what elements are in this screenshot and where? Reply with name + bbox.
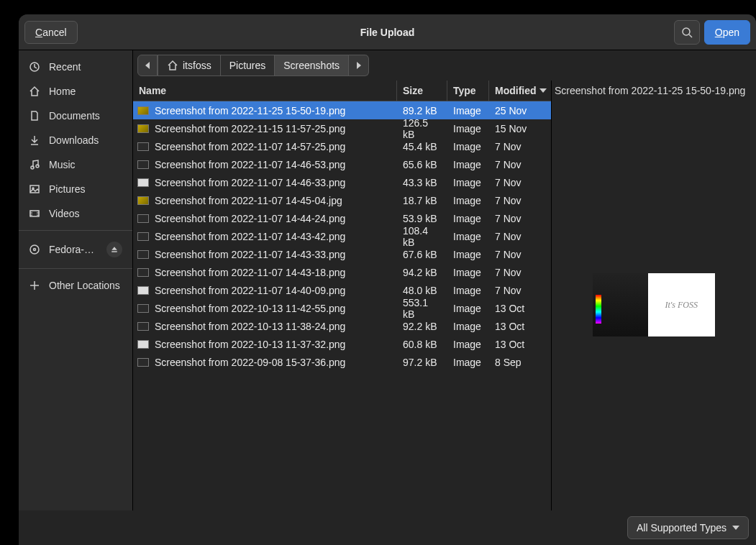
sidebar-item-label: Home — [49, 86, 76, 97]
separator — [19, 230, 132, 231]
sidebar-item-documents[interactable]: Documents — [19, 104, 132, 128]
file-type: Image — [447, 209, 489, 229]
file-thumbnail — [137, 250, 149, 259]
sidebar-item-label: Pictures — [49, 183, 86, 195]
file-row[interactable]: Screenshot from 2022-11-07 14-46-53.png … — [133, 155, 551, 173]
music-icon — [29, 159, 40, 170]
file-row[interactable]: Screenshot from 2022-11-25 15-50-19.png … — [133, 101, 551, 119]
path-forward-button[interactable] — [349, 55, 369, 76]
chevron-left-icon — [145, 62, 150, 69]
breadcrumb-pictures[interactable]: Pictures — [221, 55, 275, 76]
cancel-button[interactable]: Cancel — [24, 21, 78, 44]
file-name: Screenshot from 2022-09-08 15-37-36.png — [155, 357, 345, 368]
file-row[interactable]: Screenshot from 2022-11-15 11-57-25.png … — [133, 119, 551, 137]
eject-button[interactable] — [106, 242, 122, 257]
file-type: Image — [447, 226, 489, 247]
column-header-size[interactable]: Size — [397, 81, 447, 101]
svg-point-9 — [34, 249, 36, 251]
column-header-type[interactable]: Type — [447, 81, 489, 101]
search-icon — [681, 27, 693, 38]
svg-line-1 — [689, 35, 692, 37]
preview-filename: Screenshot from 2022-11-25 15-50-19.png — [552, 81, 756, 101]
file-row[interactable]: Screenshot from 2022-11-07 14-46-33.png … — [133, 173, 551, 191]
file-thumbnail — [137, 106, 149, 115]
breadcrumb-label: Pictures — [229, 60, 266, 71]
file-row[interactable]: Screenshot from 2022-09-08 15-37-36.png … — [133, 353, 551, 371]
file-type: Image — [447, 244, 489, 265]
file-thumbnail — [137, 178, 149, 187]
sidebar-item-other-locations[interactable]: Other Locations — [19, 273, 132, 298]
file-row[interactable]: Screenshot from 2022-11-07 14-40-09.png … — [133, 281, 551, 299]
file-list[interactable]: Name Size Type Modified Screenshot from … — [133, 81, 552, 510]
disc-icon — [29, 244, 40, 255]
file-row[interactable]: Screenshot from 2022-10-13 11-37-32.png … — [133, 335, 551, 353]
sidebar-item-recent[interactable]: Recent — [19, 55, 132, 79]
preview-thumbnail: It's FOSS — [593, 273, 715, 336]
file-type: Image — [447, 352, 489, 372]
file-modified: 13 Oct — [489, 316, 551, 336]
search-button[interactable] — [674, 20, 700, 45]
sidebar-item-label: Documents — [49, 110, 100, 122]
sidebar-item-downloads[interactable]: Downloads — [19, 128, 132, 152]
file-size: 67.6 kB — [397, 244, 447, 265]
file-modified: 7 Nov — [489, 244, 551, 265]
video-icon — [29, 208, 40, 219]
sidebar-item-label: Recent — [49, 61, 81, 73]
breadcrumb-itsfoss[interactable]: itsfoss — [158, 55, 221, 76]
dialog-title: File Upload — [19, 27, 756, 38]
file-modified: 7 Nov — [489, 226, 551, 247]
file-name: Screenshot from 2022-11-07 14-40-09.png — [155, 285, 345, 296]
file-modified: 7 Nov — [489, 280, 551, 301]
file-row[interactable]: Screenshot from 2022-10-13 11-38-24.png … — [133, 317, 551, 335]
file-name: Screenshot from 2022-10-13 11-37-32.png — [155, 339, 345, 350]
plus-icon — [29, 280, 40, 291]
preview-caption: It's FOSS — [648, 273, 716, 336]
file-thumbnail — [137, 304, 149, 313]
file-type: Image — [447, 334, 489, 354]
sidebar-item-pictures[interactable]: Pictures — [19, 177, 132, 201]
sidebar-item-label: Other Locations — [49, 280, 120, 291]
file-row[interactable]: Screenshot from 2022-11-07 14-43-33.png … — [133, 245, 551, 263]
file-thumbnail — [137, 322, 149, 331]
sidebar-item-device[interactable]: Fedora-… — [19, 235, 132, 264]
file-name: Screenshot from 2022-11-07 14-44-24.png — [155, 213, 345, 224]
filter-label: All Supported Types — [637, 522, 727, 533]
file-modified: 7 Nov — [489, 209, 551, 229]
file-type-filter[interactable]: All Supported Types — [627, 516, 749, 539]
content-row: Name Size Type Modified Screenshot from … — [133, 81, 756, 510]
path-back-button[interactable] — [137, 55, 158, 76]
file-thumbnail — [137, 358, 149, 367]
column-headers: Name Size Type Modified — [133, 81, 551, 101]
file-row[interactable]: Screenshot from 2022-11-07 14-43-42.png … — [133, 227, 551, 245]
column-header-name[interactable]: Name — [133, 81, 397, 101]
file-type: Image — [447, 298, 489, 319]
sidebar-item-home[interactable]: Home — [19, 79, 132, 104]
svg-point-3 — [31, 166, 34, 169]
file-row[interactable]: Screenshot from 2022-11-07 14-44-24.png … — [133, 209, 551, 227]
file-type: Image — [447, 155, 489, 175]
breadcrumb-label: Screenshots — [283, 60, 340, 71]
download-icon — [29, 134, 40, 146]
sidebar-item-label: Videos — [49, 208, 80, 219]
sidebar-item-videos[interactable]: Videos — [19, 201, 132, 226]
file-row[interactable]: Screenshot from 2022-11-07 14-57-25.png … — [133, 137, 551, 155]
file-name: Screenshot from 2022-11-07 14-46-33.png — [155, 177, 345, 188]
open-button[interactable]: Open — [704, 20, 750, 45]
svg-rect-10 — [111, 251, 117, 252]
dialog-body: Recent Home Documents Downloads Music Pi… — [19, 50, 756, 510]
file-row[interactable]: Screenshot from 2022-10-13 11-42-55.png … — [133, 299, 551, 317]
sidebar-item-music[interactable]: Music — [19, 152, 132, 177]
file-thumbnail — [137, 340, 149, 349]
file-row[interactable]: Screenshot from 2022-11-07 14-43-18.png … — [133, 263, 551, 281]
file-type: Image — [447, 316, 489, 336]
file-type: Image — [447, 191, 489, 211]
file-thumbnail — [137, 286, 149, 295]
file-modified: 15 Nov — [489, 119, 551, 139]
sidebar-item-label: Downloads — [49, 134, 99, 146]
file-type: Image — [447, 101, 489, 121]
home-icon — [167, 60, 178, 71]
file-row[interactable]: Screenshot from 2022-11-07 14-45-04.jpg … — [133, 191, 551, 209]
breadcrumb-screenshots[interactable]: Screenshots — [275, 55, 349, 76]
file-size: 43.3 kB — [397, 173, 447, 193]
column-header-modified[interactable]: Modified — [489, 81, 551, 101]
